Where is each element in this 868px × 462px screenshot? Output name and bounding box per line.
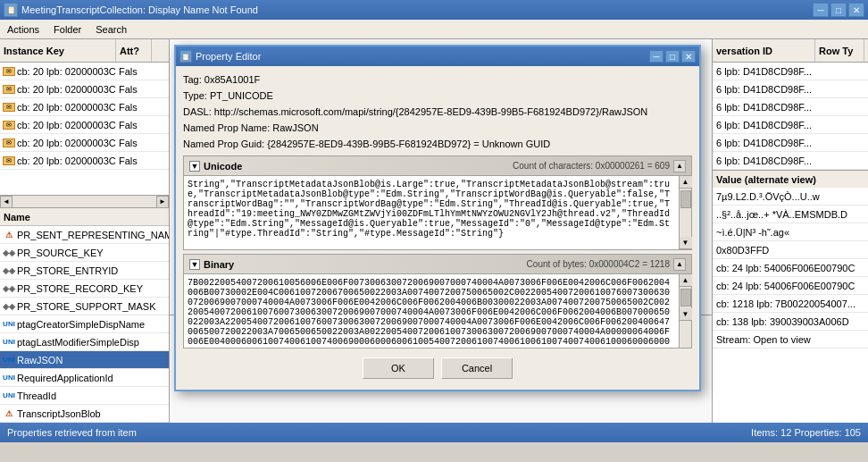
unicode-count: Count of characters: 0x00000261 = 609	[513, 161, 670, 171]
unicode-toggle[interactable]: ▼	[189, 161, 200, 172]
property-editor-dialog: 📋 Property Editor ─ □ ✕ Tag: 0x85A1001F …	[174, 45, 701, 391]
unicode-textarea[interactable]	[184, 176, 679, 248]
scroll-down-btn[interactable]: ▼	[680, 237, 692, 249]
unicode-scroll-up[interactable]: ▲	[673, 160, 686, 172]
binary-count: Count of bytes: 0x000004C2 = 1218	[527, 259, 670, 269]
dialog-footer: OK Cancel	[183, 352, 692, 384]
dialog-overlay: 📋 Property Editor ─ □ ✕ Tag: 0x85A1001F …	[0, 0, 868, 462]
binary-scroll-up[interactable]: ▲	[673, 258, 686, 271]
dialog-minimize[interactable]: ─	[649, 50, 664, 63]
dialog-title: Property Editor	[196, 51, 261, 62]
dialog-tag: Tag: 0x85A1001F	[183, 71, 692, 88]
binary-textarea[interactable]	[184, 274, 679, 346]
unicode-section-header: ▼ Unicode Count of characters: 0x0000026…	[184, 156, 691, 176]
scroll-up-btn[interactable]: ▲	[680, 274, 692, 287]
scroll-up-btn[interactable]: ▲	[680, 176, 692, 189]
scroll-thumb[interactable]	[680, 190, 691, 208]
unicode-section-body: ▲ ▼	[184, 176, 691, 249]
binary-content	[184, 274, 679, 348]
binary-scrollbar[interactable]: ▲ ▼	[679, 274, 691, 348]
dialog-named-prop-name: Named Prop Name: RawJSON	[183, 120, 692, 136]
scroll-thumb[interactable]	[680, 289, 691, 307]
unicode-label: Unicode	[204, 161, 509, 172]
dialog-title-bar: 📋 Property Editor ─ □ ✕	[176, 46, 699, 66]
dialog-named-prop-guid: Named Prop Guid: {2842957E-8ED9-439B-99B…	[183, 136, 692, 152]
unicode-scrollbar[interactable]: ▲ ▼	[679, 176, 691, 249]
dialog-info: Tag: 0x85A1001F Type: PT_UNICODE DASL: h…	[183, 71, 692, 152]
dialog-icon: 📋	[179, 50, 192, 63]
binary-section-body: ▲ ▼	[184, 274, 691, 348]
dialog-restore[interactable]: □	[665, 50, 680, 63]
dialog-type: Type: PT_UNICODE	[183, 88, 692, 104]
ok-button[interactable]: OK	[363, 357, 434, 379]
dialog-controls: ─ □ ✕	[649, 50, 696, 63]
dialog-dasl: DASL: http://schemas.microsoft.com/mapi/…	[183, 104, 692, 120]
binary-section-header: ▼ Binary Count of bytes: 0x000004C2 = 12…	[184, 255, 691, 274]
binary-label: Binary	[204, 259, 523, 270]
cancel-button[interactable]: Cancel	[441, 357, 513, 379]
unicode-content	[184, 176, 679, 249]
unicode-section: ▼ Unicode Count of characters: 0x0000026…	[183, 155, 692, 250]
binary-section: ▼ Binary Count of bytes: 0x000004C2 = 12…	[183, 254, 692, 349]
dialog-content: Tag: 0x85A1001F Type: PT_UNICODE DASL: h…	[176, 66, 699, 390]
dialog-close[interactable]: ✕	[681, 50, 696, 63]
binary-toggle[interactable]: ▼	[189, 259, 200, 270]
scroll-down-btn[interactable]: ▼	[680, 308, 692, 321]
